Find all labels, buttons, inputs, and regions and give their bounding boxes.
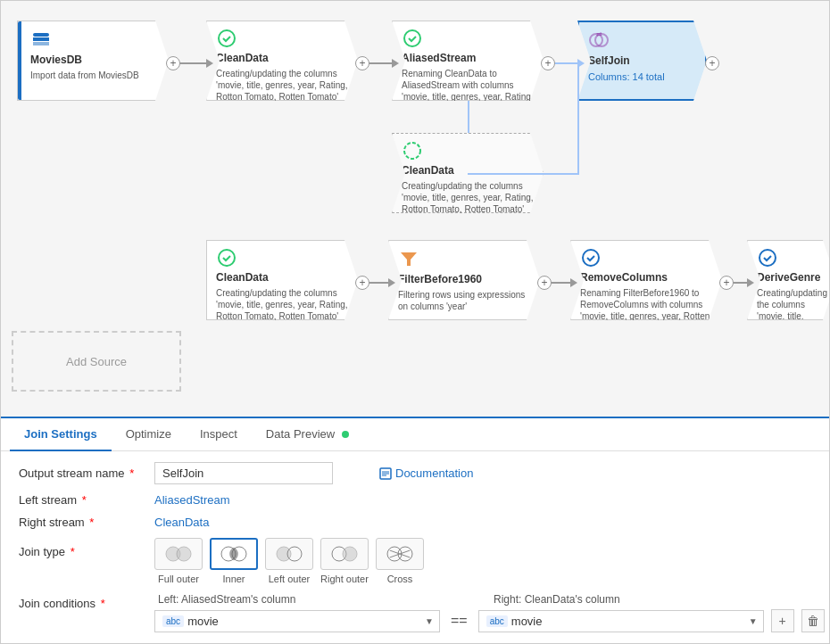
node-moviesdb[interactable]: MoviesDB Import data from MoviesDB <box>17 21 169 101</box>
tab-data-preview[interactable]: Data Preview <box>252 418 363 451</box>
delete-condition-btn[interactable]: 🗑 <box>801 609 825 632</box>
selfjoin-title: SelfJoin <box>588 54 696 67</box>
plus-btn-5[interactable]: + <box>355 276 369 290</box>
cleandata1-desc: Creating/updating the columns 'movie, ti… <box>216 68 348 103</box>
svg-marker-10 <box>401 252 417 266</box>
right-col-chevron: ▼ <box>749 616 758 626</box>
required-star-3: * <box>89 516 94 529</box>
removecolumns-title: RemoveColumns <box>580 271 712 284</box>
selfjoin-desc: Columns: 14 total <box>588 70 696 83</box>
join-btn-cross[interactable]: Cross <box>376 538 424 584</box>
left-col-header: Left: AliasedStream's column <box>154 593 440 606</box>
svg-point-4 <box>404 30 420 46</box>
plus-btn-4[interactable]: + <box>705 56 719 70</box>
right-outer-icon <box>320 538 369 570</box>
cross-icon <box>376 538 424 570</box>
right-col-type-badge: abc <box>486 615 508 627</box>
join-btn-left-outer[interactable]: Left outer <box>265 538 313 584</box>
join-conditions-row: Join conditions * Left: AliasedStream's … <box>19 593 811 632</box>
node-derivegenre[interactable]: DeriveGenre Creating/updating the column… <box>747 240 829 320</box>
moviesdb-title: MoviesDB <box>30 54 159 66</box>
node-filterbefore1960[interactable]: FilterBefore1960 Filtering rows using ex… <box>388 240 540 320</box>
aliasedstream-title: AliasedStream <box>402 52 534 64</box>
tab-inspect[interactable]: Inspect <box>186 418 252 451</box>
node-cleandata2[interactable]: CleanData Creating/updating the columns … <box>206 240 358 320</box>
filter-icon <box>398 248 419 269</box>
svg-point-3 <box>219 30 235 46</box>
left-col-select[interactable]: movie <box>187 615 419 628</box>
plus-btn-3[interactable]: + <box>541 56 555 70</box>
full-outer-label: Full outer <box>158 574 199 584</box>
moviesdb-desc: Import data from MoviesDB <box>30 70 159 81</box>
removecolumns-desc: Renaming FilterBefore1960 to RemoveColum… <box>580 287 712 334</box>
left-stream-row: Left stream * AliasedStream <box>19 493 811 507</box>
canvas-area: MoviesDB Import data from MoviesDB + Cle… <box>1 1 829 417</box>
output-stream-name-input[interactable] <box>154 462 333 484</box>
svg-rect-2 <box>33 42 49 45</box>
join-btn-right-outer[interactable]: Right outer <box>320 538 369 584</box>
tab-optimize[interactable]: Optimize <box>112 418 186 451</box>
db-icon <box>30 29 52 50</box>
svg-point-12 <box>759 250 776 266</box>
plus-btn-6[interactable]: + <box>537 276 552 290</box>
left-stream-value[interactable]: AliasedStream <box>154 493 230 507</box>
required-star-5: * <box>101 597 105 610</box>
right-outer-label: Right outer <box>320 574 369 584</box>
required-star-4: * <box>71 545 75 558</box>
main-container: MoviesDB Import data from MoviesDB + Cle… <box>0 0 830 644</box>
output-stream-name-label: Output stream name * <box>19 466 144 480</box>
bottom-panel: Join Settings Optimize Inspect Data Prev… <box>1 417 829 643</box>
join-type-row: Join type * Full outer <box>19 538 811 584</box>
node-aliasedstream[interactable]: AliasedStream Renaming CleanData to Alia… <box>392 21 544 101</box>
svg-rect-1 <box>33 37 49 41</box>
tabs-bar: Join Settings Optimize Inspect Data Prev… <box>1 418 829 451</box>
join-type-label: Join type * <box>19 538 144 558</box>
output-stream-name-row: Output stream name * Documentation <box>19 462 811 484</box>
svg-point-21 <box>343 547 357 561</box>
derivegenre-title: DeriveGenre <box>757 271 826 284</box>
derivegenre-desc: Creating/updating the columns 'movie, ti… <box>757 287 826 320</box>
join-icon: ⇄ <box>588 29 610 51</box>
join-conditions-label: Join conditions * <box>19 593 144 610</box>
node-cleandata1[interactable]: CleanData Creating/updating the columns … <box>206 21 358 101</box>
clean-icon-2 <box>216 248 237 268</box>
left-col-chevron: ▼ <box>425 616 434 626</box>
left-col-type-badge: abc <box>162 615 184 627</box>
svg-point-8 <box>404 143 420 159</box>
required-star-1: * <box>129 466 134 480</box>
left-outer-label: Left outer <box>269 574 310 584</box>
right-col-select[interactable]: movie <box>511 615 743 628</box>
right-stream-label: Right stream * <box>19 516 144 529</box>
svg-point-9 <box>219 250 235 266</box>
svg-text:⇄: ⇄ <box>596 30 602 38</box>
cross-label: Cross <box>387 574 413 584</box>
plus-btn-7[interactable]: + <box>719 276 734 290</box>
svg-point-15 <box>177 547 191 561</box>
add-source-box[interactable]: Add Source <box>12 331 181 392</box>
node-selfjoin[interactable]: ⇄ SelfJoin Columns: 14 total <box>577 21 707 101</box>
cleandata1-title: CleanData <box>216 52 348 64</box>
cleandata2-desc: Creating/updating the columns 'movie, ti… <box>216 287 348 322</box>
right-stream-value[interactable]: CleanData <box>154 516 209 529</box>
left-stream-label: Left stream * <box>19 493 144 507</box>
svg-point-11 <box>583 250 599 266</box>
right-col-dropdown[interactable]: abc movie ▼ <box>478 610 764 632</box>
cleandata-branch-desc: Creating/updating the columns 'movie, ti… <box>402 180 534 215</box>
join-btn-inner[interactable]: Inner <box>210 538 258 584</box>
plus-btn-1[interactable]: + <box>166 56 180 70</box>
left-col-dropdown[interactable]: abc movie ▼ <box>154 610 440 632</box>
required-star-2: * <box>82 493 87 507</box>
join-btn-full-outer[interactable]: Full outer <box>154 538 203 584</box>
node-removecolumns[interactable]: RemoveColumns Renaming FilterBefore1960 … <box>570 240 722 320</box>
inner-icon <box>210 538 258 570</box>
tab-join-settings[interactable]: Join Settings <box>10 418 112 451</box>
add-condition-btn[interactable]: + <box>771 609 794 632</box>
svg-rect-0 <box>33 33 49 37</box>
svg-point-18 <box>277 547 291 561</box>
plus-btn-2[interactable]: + <box>355 56 369 70</box>
documentation-link[interactable]: Documentation <box>379 466 473 480</box>
cleandata2-title: CleanData <box>216 271 348 284</box>
equals-operator: == <box>447 613 471 629</box>
left-outer-icon <box>265 538 313 570</box>
form-area: Output stream name * Documentation Left … <box>1 451 829 643</box>
